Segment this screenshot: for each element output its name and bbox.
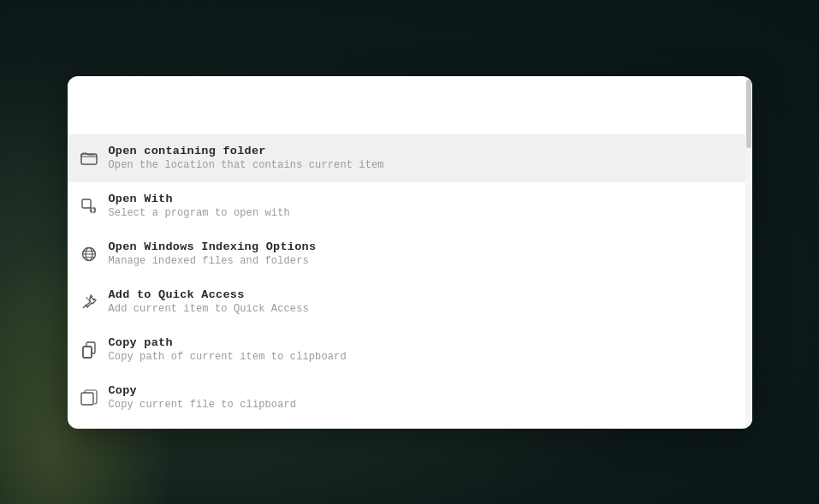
svg-rect-13: [81, 393, 93, 405]
menu-item-open-windows-indexing[interactable]: Open Windows Indexing Options Manage ind…: [68, 230, 752, 278]
svg-rect-0: [81, 154, 97, 164]
menu-item-add-quick-access-subtitle: Add current item to Quick Access: [109, 303, 309, 315]
menu-item-open-containing-folder[interactable]: Open containing folder Open the location…: [68, 134, 752, 182]
svg-point-3: [92, 209, 94, 211]
menu-item-copy-path-text: Copy path Copy path of current item to c…: [109, 336, 347, 363]
folder-icon: [80, 149, 98, 168]
menu-item-open-with-subtitle: Select a program to open with: [109, 207, 290, 219]
menu-item-copy-text: Copy Copy current file to clipboard: [109, 384, 297, 411]
menu-item-open-with[interactable]: Open With Select a program to open with: [68, 182, 752, 230]
open-with-icon: [80, 197, 98, 216]
context-menu: Open containing folder Open the location…: [68, 76, 752, 429]
menu-item-open-windows-indexing-title: Open Windows Indexing Options: [109, 240, 317, 253]
menu-item-copy-path-title: Copy path: [109, 336, 347, 349]
menu-item-open-containing-folder-text: Open containing folder Open the location…: [109, 145, 384, 171]
svg-rect-1: [82, 199, 91, 208]
pin-icon: [80, 293, 98, 311]
scrollbar-track[interactable]: [745, 76, 752, 429]
menu-item-open-windows-indexing-subtitle: Manage indexed files and folders: [109, 255, 317, 267]
menu-item-open-windows-indexing-text: Open Windows Indexing Options Manage ind…: [109, 240, 317, 267]
menu-item-copy-path-subtitle: Copy path of current item to clipboard: [109, 351, 347, 363]
menu-item-copy[interactable]: Copy Copy current file to clipboard: [68, 374, 752, 422]
menu-item-add-quick-access[interactable]: Add to Quick Access Add current item to …: [68, 278, 752, 326]
copy-icon: [80, 388, 98, 407]
scrollbar-thumb[interactable]: [746, 80, 751, 148]
copy-path-icon: [80, 341, 98, 359]
menu-item-open-containing-folder-title: Open containing folder: [109, 145, 384, 157]
menu-item-open-with-title: Open With: [109, 193, 290, 205]
menu-item-copy-title: Copy: [109, 384, 297, 397]
menu-item-copy-path[interactable]: Copy path Copy path of current item to c…: [68, 326, 752, 374]
svg-rect-11: [83, 347, 92, 358]
menu-item-open-with-text: Open With Select a program to open with: [109, 193, 290, 219]
top-space: [68, 83, 752, 134]
indexing-icon: [80, 245, 98, 264]
menu-item-add-quick-access-title: Add to Quick Access: [109, 288, 309, 301]
menu-item-copy-subtitle: Copy current file to clipboard: [109, 399, 297, 411]
menu-item-add-quick-access-text: Add to Quick Access Add current item to …: [109, 288, 309, 315]
menu-item-open-containing-folder-subtitle: Open the location that contains current …: [109, 159, 384, 171]
